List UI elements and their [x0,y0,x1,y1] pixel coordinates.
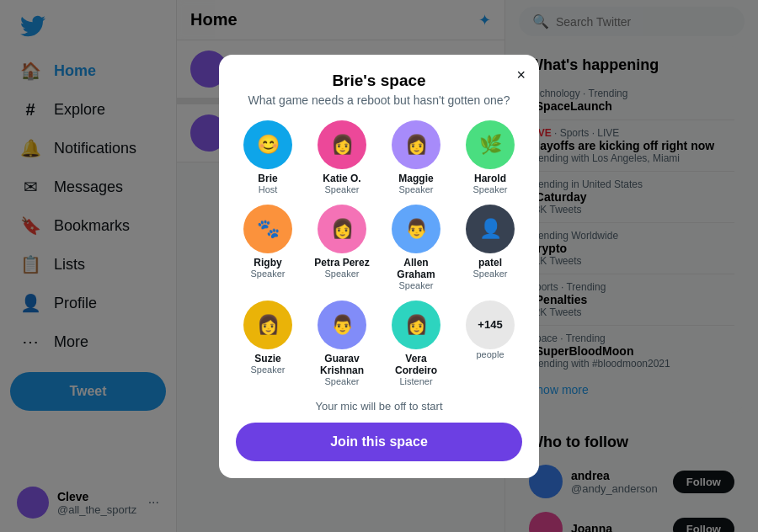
speaker-name: Guarav Krishnan [310,353,374,376]
speaker-avatar: 🐾 [243,205,292,253]
speaker-name: Brie [258,173,277,184]
speaker-avatar: 👨 [392,205,440,253]
modal-close-button[interactable]: × [516,66,526,84]
speaker-role: Host [259,184,278,194]
speaker-role: Speaker [251,269,286,279]
modal-subtitle: What game needs a reboot but hasn't gott… [236,93,522,107]
plus-badge: +145 [466,301,515,349]
speaker-avatar: 👩 [243,301,292,349]
speaker-name: Suzie [254,353,280,364]
speaker-role: Speaker [325,184,360,194]
modal-overlay[interactable]: Brie's space What game needs a reboot bu… [0,0,758,532]
speaker-role: Speaker [473,184,508,194]
speaker-role: Listener [399,376,432,386]
speaker-avatar: 🌿 [466,120,515,169]
speaker-item: 👩 Suzie Speaker [236,301,300,386]
speaker-name: Vera Cordeiro [384,353,448,376]
speaker-role: Speaker [399,184,434,194]
speaker-item: 👨 Guarav Krishnan Speaker [310,301,374,386]
modal-title: Brie's space [236,72,522,90]
speaker-role: Speaker [399,280,434,290]
speaker-avatar: 👩 [318,120,366,169]
speaker-role: Speaker [251,364,286,375]
speaker-avatar: 😊 [243,120,292,169]
speaker-name: Harold [474,173,506,184]
speaker-item: 👩 Katie O. Speaker [310,120,374,194]
speaker-avatar: 👩 [392,120,440,169]
speaker-name: Allen Graham [384,257,448,280]
speaker-item: 🌿 Harold Speaker [458,120,522,194]
speaker-item: 👨 Allen Graham Speaker [384,205,448,290]
modal-header: Brie's space What game needs a reboot bu… [236,72,522,107]
speaker-name: Rigby [254,257,281,269]
speaker-avatar: 👤 [466,205,515,253]
app-container: 🏠 Home # Explore 🔔 Notifications ✉ Messa… [0,0,758,532]
speaker-item: 🐾 Rigby Speaker [236,205,300,290]
speaker-item: 👤 patel Speaker [458,205,522,290]
speakers-grid: 😊 Brie Host 👩 Katie O. Speaker 👩 Maggie … [236,120,522,386]
speaker-role: people [476,349,504,359]
speaker-name: Petra Perez [314,257,369,269]
join-space-button[interactable]: Join this space [236,423,522,461]
speaker-role: Speaker [325,269,360,279]
speaker-item: +145 people [458,301,522,386]
speaker-role: Speaker [325,376,360,386]
speaker-role: Speaker [473,269,508,279]
speaker-name: Katie O. [323,173,360,184]
speaker-avatar: 👨 [318,301,366,349]
speaker-item: 👩 Maggie Speaker [384,120,448,194]
speaker-avatar: 👩 [318,205,366,253]
speaker-item: 👩 Vera Cordeiro Listener [384,301,448,386]
speaker-item: 😊 Brie Host [236,120,300,194]
speaker-avatar: 👩 [392,301,440,349]
speaker-name: patel [478,257,502,269]
space-modal: Brie's space What game needs a reboot bu… [219,55,539,478]
mic-notice: Your mic will be off to start [236,400,522,412]
speaker-item: 👩 Petra Perez Speaker [310,205,374,290]
speaker-name: Maggie [398,173,433,184]
